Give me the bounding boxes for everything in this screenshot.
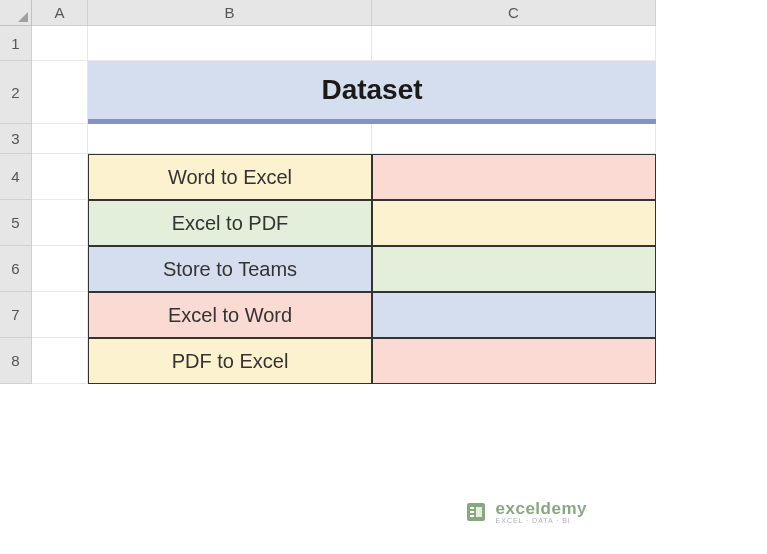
column-header-a[interactable]: A xyxy=(32,0,88,26)
svg-rect-2 xyxy=(470,511,474,513)
cell-b7[interactable]: Excel to Word xyxy=(88,292,372,338)
cell-a2[interactable] xyxy=(32,61,88,124)
column-header-b[interactable]: B xyxy=(88,0,372,26)
svg-rect-4 xyxy=(476,507,482,517)
cell-a4[interactable] xyxy=(32,154,88,200)
cell-a3[interactable] xyxy=(32,124,88,154)
column-header-c[interactable]: C xyxy=(372,0,656,26)
watermark: exceldemy EXCEL · DATA · BI xyxy=(464,500,587,524)
watermark-text: exceldemy EXCEL · DATA · BI xyxy=(496,500,587,524)
svg-rect-3 xyxy=(470,515,474,517)
select-all-corner[interactable] xyxy=(0,0,32,26)
row-header-6[interactable]: 6 xyxy=(0,246,32,292)
select-all-triangle-icon xyxy=(18,12,28,22)
exceldemy-logo-icon xyxy=(464,500,488,524)
cell-c7[interactable] xyxy=(372,292,656,338)
row-header-2[interactable]: 2 xyxy=(0,61,32,124)
cell-a6[interactable] xyxy=(32,246,88,292)
cell-c3[interactable] xyxy=(372,124,656,154)
cell-a5[interactable] xyxy=(32,200,88,246)
row-header-4[interactable]: 4 xyxy=(0,154,32,200)
cell-b1[interactable] xyxy=(88,26,372,61)
dataset-title[interactable]: Dataset xyxy=(88,61,656,124)
row-header-3[interactable]: 3 xyxy=(0,124,32,154)
cell-c6[interactable] xyxy=(372,246,656,292)
row-header-8[interactable]: 8 xyxy=(0,338,32,384)
cell-b5[interactable]: Excel to PDF xyxy=(88,200,372,246)
cell-a7[interactable] xyxy=(32,292,88,338)
cell-a1[interactable] xyxy=(32,26,88,61)
watermark-brand: exceldemy xyxy=(496,500,587,517)
row-header-1[interactable]: 1 xyxy=(0,26,32,61)
cell-b8[interactable]: PDF to Excel xyxy=(88,338,372,384)
cell-b3[interactable] xyxy=(88,124,372,154)
cell-c4[interactable] xyxy=(372,154,656,200)
spreadsheet-grid: A B C 1 2 Dataset 3 4 Word to Excel 5 Ex… xyxy=(0,0,767,384)
cell-c1[interactable] xyxy=(372,26,656,61)
row-header-5[interactable]: 5 xyxy=(0,200,32,246)
cell-b4[interactable]: Word to Excel xyxy=(88,154,372,200)
watermark-tagline: EXCEL · DATA · BI xyxy=(496,517,587,524)
row-header-7[interactable]: 7 xyxy=(0,292,32,338)
cell-a8[interactable] xyxy=(32,338,88,384)
cell-c5[interactable] xyxy=(372,200,656,246)
cell-b6[interactable]: Store to Teams xyxy=(88,246,372,292)
svg-rect-1 xyxy=(470,507,474,509)
cell-c8[interactable] xyxy=(372,338,656,384)
